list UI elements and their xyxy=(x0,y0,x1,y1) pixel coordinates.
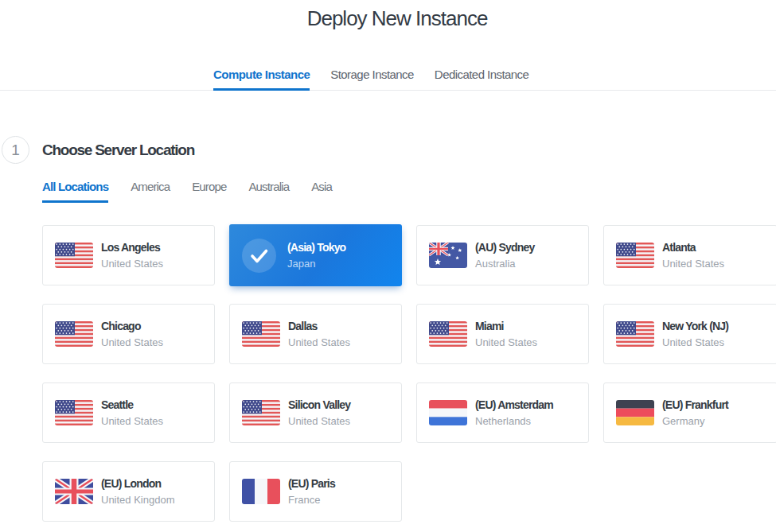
location-card-silicon-valley[interactable]: Silicon ValleyUnited States xyxy=(229,382,402,443)
location-card-eu-amsterdam[interactable]: (EU) AmsterdamNetherlands xyxy=(416,382,589,443)
location-city: (EU) London xyxy=(101,476,175,491)
location-filter-tabs: All LocationsAmericaEuropeAustraliaAsia xyxy=(42,180,776,201)
us-flag-icon xyxy=(55,321,93,347)
location-text: (EU) AmsterdamNetherlands xyxy=(475,398,553,428)
location-city: (Asia) Tokyo xyxy=(287,240,345,254)
location-text: Los AngelesUnited States xyxy=(101,240,163,270)
location-city: Dallas xyxy=(288,319,350,333)
step-number-badge: 1 xyxy=(2,136,29,164)
us-flag-icon xyxy=(55,243,93,268)
location-card-new-york-nj[interactable]: New York (NJ)United States xyxy=(603,304,776,364)
location-country: United States xyxy=(101,336,163,349)
location-country: United States xyxy=(662,257,724,270)
instance-tabs-bar: Compute InstanceStorage InstanceDedicate… xyxy=(0,32,776,91)
location-city: Atlanta xyxy=(662,240,724,254)
location-card-au-sydney[interactable]: (AU) SydneyAustralia xyxy=(416,225,589,285)
location-country: United States xyxy=(288,336,350,349)
location-country: Germany xyxy=(662,414,728,428)
location-city: Miami xyxy=(475,319,537,333)
location-city: New York (NJ) xyxy=(662,319,728,333)
nl-flag-icon xyxy=(429,400,467,425)
location-country: Netherlands xyxy=(475,414,553,428)
us-flag-icon xyxy=(616,321,654,347)
fr-flag-icon xyxy=(242,479,280,504)
location-text: MiamiUnited States xyxy=(475,319,537,349)
location-card-asia-tokyo[interactable]: (Asia) TokyoJapan xyxy=(229,224,402,286)
location-filter-europe[interactable]: Europe xyxy=(192,180,226,201)
server-location-section: 1 Choose Server Location All LocationsAm… xyxy=(0,91,776,522)
location-text: AtlantaUnited States xyxy=(662,240,724,270)
tab-storage-instance[interactable]: Storage Instance xyxy=(330,32,414,90)
location-country: United States xyxy=(662,336,728,349)
location-city: Chicago xyxy=(101,319,163,333)
location-text: ChicagoUnited States xyxy=(101,319,163,349)
location-text: (Asia) TokyoJapan xyxy=(287,240,345,270)
location-country: France xyxy=(288,493,335,507)
location-card-eu-paris[interactable]: (EU) ParisFrance xyxy=(229,461,402,522)
instance-tabs: Compute InstanceStorage InstanceDedicate… xyxy=(213,32,776,90)
location-filter-asia[interactable]: Asia xyxy=(311,180,332,201)
location-card-los-angeles[interactable]: Los AngelesUnited States xyxy=(42,225,215,285)
location-city: Silicon Valley xyxy=(288,398,350,412)
location-city: (AU) Sydney xyxy=(475,240,534,254)
us-flag-icon xyxy=(55,400,93,425)
page-title: Deploy New Instance xyxy=(0,0,776,32)
location-filter-australia[interactable]: Australia xyxy=(248,180,289,201)
us-flag-icon xyxy=(242,321,280,347)
step-number: 1 xyxy=(11,142,20,159)
location-card-seattle[interactable]: SeattleUnited States xyxy=(42,382,215,443)
check-icon xyxy=(242,239,276,273)
us-flag-icon xyxy=(616,243,654,268)
location-country: Australia xyxy=(475,257,534,270)
location-country: United States xyxy=(101,414,163,428)
location-city: (EU) Amsterdam xyxy=(475,398,553,412)
location-text: DallasUnited States xyxy=(288,319,350,349)
location-card-miami[interactable]: MiamiUnited States xyxy=(416,304,589,364)
location-card-eu-frankfurt[interactable]: (EU) FrankfurtGermany xyxy=(603,382,776,443)
location-text: (EU) FrankfurtGermany xyxy=(662,398,728,428)
location-country: Japan xyxy=(287,257,345,270)
location-filter-all-locations[interactable]: All Locations xyxy=(42,180,108,201)
us-flag-icon xyxy=(242,400,280,425)
location-text: (EU) ParisFrance xyxy=(288,476,335,507)
de-flag-icon xyxy=(616,400,654,425)
location-city: Los Angeles xyxy=(101,240,163,254)
location-city: Seattle xyxy=(101,398,163,412)
location-card-eu-london[interactable]: (EU) LondonUnited Kingdom xyxy=(42,461,215,522)
au-flag-icon xyxy=(429,243,467,268)
section-heading: Choose Server Location xyxy=(42,91,776,160)
location-country: United States xyxy=(475,336,537,349)
location-card-chicago[interactable]: ChicagoUnited States xyxy=(42,304,215,364)
location-country: United States xyxy=(101,257,163,270)
gb-flag-icon xyxy=(55,479,93,504)
location-text: (EU) LondonUnited Kingdom xyxy=(101,476,175,507)
tab-dedicated-instance[interactable]: Dedicated Instance xyxy=(435,32,529,90)
location-text: Silicon ValleyUnited States xyxy=(288,398,350,428)
deploy-page: Deploy New Instance Compute InstanceStor… xyxy=(0,0,776,522)
location-text: (AU) SydneyAustralia xyxy=(475,240,534,270)
location-text: New York (NJ)United States xyxy=(662,319,728,349)
location-text: SeattleUnited States xyxy=(101,398,163,428)
location-city: (EU) Paris xyxy=(288,476,335,491)
location-card-dallas[interactable]: DallasUnited States xyxy=(229,304,402,364)
location-country: United Kingdom xyxy=(101,493,175,507)
location-filter-america[interactable]: America xyxy=(131,180,170,201)
us-flag-icon xyxy=(429,321,467,347)
location-city: (EU) Frankfurt xyxy=(662,398,728,412)
location-card-atlanta[interactable]: AtlantaUnited States xyxy=(603,225,776,285)
tab-compute-instance[interactable]: Compute Instance xyxy=(213,32,310,90)
location-country: United States xyxy=(288,414,350,428)
location-grid: Los AngelesUnited States(Asia) TokyoJapa… xyxy=(42,225,776,522)
